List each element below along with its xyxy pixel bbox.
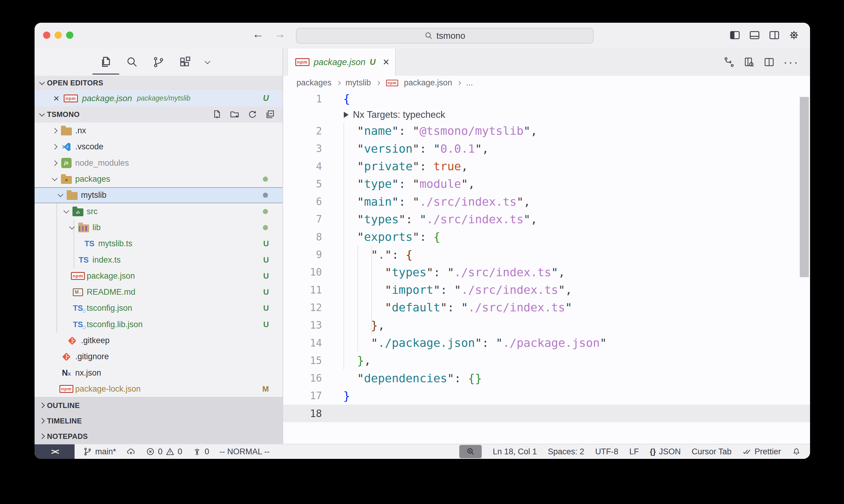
code-line-5[interactable]: 5 "type": "module",	[283, 175, 810, 193]
toggle-primary-sidebar-icon[interactable]	[729, 30, 741, 41]
tree-item-tsconfig-lib-json[interactable]: TStsconfig.lib.jsonU	[35, 317, 282, 332]
tree-item-packages[interactable]: ■packages	[35, 171, 282, 187]
tree-item-mytslib-ts[interactable]: TSmytslib.tsU	[35, 236, 282, 252]
code-line-3[interactable]: 3 "version": "0.0.1",	[283, 140, 810, 158]
breadcrumb-packages[interactable]: packages	[296, 78, 332, 88]
source-control-icon[interactable]	[152, 56, 165, 69]
tree-item-node-modules[interactable]: jsnode_modules	[35, 155, 282, 171]
line-number: 16	[283, 372, 322, 384]
formatter-item[interactable]: Prettier	[742, 447, 781, 456]
open-preview-icon[interactable]	[743, 56, 755, 68]
timeline-section-header[interactable]: TIMELINE	[35, 413, 282, 429]
indentation-item[interactable]: Spaces: 2	[548, 447, 584, 456]
code-line-9[interactable]: 9 ".": {	[283, 246, 810, 263]
folder-icon	[61, 127, 72, 136]
git-branch-item[interactable]: main*	[83, 447, 116, 456]
code-line-11[interactable]: 11 "import": "./src/index.ts",	[283, 281, 810, 299]
outline-section-header[interactable]: OUTLINE	[35, 398, 282, 413]
src-folder-icon: ‹/›	[72, 209, 83, 216]
screencast-zoom-badge[interactable]	[459, 445, 482, 458]
forward-arrow-icon[interactable]: →	[274, 28, 286, 41]
open-changes-icon[interactable]	[723, 56, 735, 68]
tsconfig-icon: TS	[73, 304, 83, 313]
cursor-position-item[interactable]: Ln 18, Col 1	[493, 447, 537, 456]
explorer-icon[interactable]	[99, 56, 111, 69]
close-tab-icon[interactable]: ×	[383, 56, 389, 69]
codelens-nx-targets[interactable]: Nx Targets: typecheck	[283, 108, 810, 122]
code-line-12[interactable]: 12 "default": "./src/index.ts"	[283, 299, 810, 316]
tree-item-package-json[interactable]: npmpackage.jsonU	[35, 268, 282, 284]
tree-item-label: tsconfig.json	[87, 304, 132, 313]
code-line-8[interactable]: 8 "exports": {	[283, 228, 810, 246]
open-editor-item[interactable]: ×npmpackage.jsonpackages/mytslibU	[35, 90, 282, 106]
line-number: 6	[283, 196, 322, 208]
tree-item-mytslib[interactable]: mytslib	[35, 187, 282, 203]
line-number: 3	[283, 143, 322, 155]
toggle-panel-icon[interactable]	[749, 30, 760, 41]
tree-item--nx[interactable]: .nx	[35, 123, 282, 139]
settings-gear-icon[interactable]	[788, 30, 800, 41]
breadcrumb: packages mytslib npm package.json ...	[283, 76, 810, 90]
search-view-icon[interactable]	[125, 56, 138, 69]
code-line-14[interactable]: 14 "./package.json": "./package.json"	[283, 334, 810, 352]
back-arrow-icon[interactable]: ←	[252, 28, 264, 41]
tree-item-tsconfig-json[interactable]: TStsconfig.jsonU	[35, 300, 282, 316]
code-line-2[interactable]: 2 "name": "@tsmono/mytslib",	[283, 122, 810, 140]
code-line-15[interactable]: 15 },	[283, 352, 810, 369]
notepads-section-header[interactable]: NOTEPADS	[35, 429, 282, 444]
code-line-1[interactable]: 1{	[283, 90, 810, 108]
tab-package-json[interactable]: npm package.json U ×	[288, 49, 396, 76]
maximize-window-button[interactable]	[66, 32, 73, 39]
breadcrumb-package-json[interactable]: package.json	[404, 78, 452, 88]
ports-item[interactable]: 0	[192, 447, 209, 456]
toggle-secondary-sidebar-icon[interactable]	[769, 30, 780, 41]
code-line-10[interactable]: 10 "types": "./src/index.ts",	[283, 264, 810, 281]
tree-item--gitignore[interactable]: .gitignore	[35, 348, 282, 365]
publish-cloud-icon[interactable]	[126, 447, 136, 456]
code-editor[interactable]: 1{Nx Targets: typecheck2 "name": "@tsmon…	[283, 90, 810, 444]
eol-item[interactable]: LF	[630, 447, 639, 456]
more-actions-icon[interactable]: ···	[783, 55, 799, 69]
collapse-all-icon[interactable]	[265, 110, 275, 119]
code-line-6[interactable]: 6 "main": "./src/index.ts",	[283, 193, 810, 210]
encoding-item[interactable]: UTF-8	[595, 447, 618, 456]
error-count: 0	[158, 447, 162, 456]
breadcrumb-symbol[interactable]: ...	[466, 78, 473, 88]
breadcrumb-mytslib[interactable]: mytslib	[346, 78, 371, 88]
cursor-tab-item[interactable]: Cursor Tab	[691, 447, 731, 456]
notifications-bell-icon[interactable]	[792, 447, 801, 456]
folder-icon	[67, 192, 77, 200]
node-modules-icon: js	[61, 158, 71, 168]
line-number: 15	[283, 355, 322, 366]
minimize-window-button[interactable]	[55, 32, 62, 39]
command-center-search[interactable]: tsmono	[296, 28, 593, 43]
remote-indicator[interactable]: ><	[35, 444, 74, 459]
new-folder-icon[interactable]	[230, 110, 240, 119]
code-line-7[interactable]: 7 "types": "./src/index.ts",	[283, 211, 810, 228]
tree-item--vscode[interactable]: .vscode	[35, 139, 282, 155]
open-editors-header[interactable]: OPEN EDITORS	[35, 76, 282, 90]
code-line-17[interactable]: 17}	[283, 387, 810, 404]
extensions-icon[interactable]	[179, 56, 192, 69]
code-line-4[interactable]: 4 "private": true,	[283, 158, 810, 175]
explorer-section-header[interactable]: TSMONO	[35, 106, 282, 123]
code-line-16[interactable]: 16 "dependencies": {}	[283, 369, 810, 387]
problems-item[interactable]: 0 0	[146, 447, 182, 456]
refresh-icon[interactable]	[247, 110, 257, 119]
tree-item-src[interactable]: ‹/›src	[35, 203, 282, 219]
editor-scrollbar[interactable]	[800, 97, 809, 277]
tree-item--gitkeep[interactable]: .gitkeep	[35, 332, 282, 348]
close-window-button[interactable]	[43, 32, 50, 39]
close-editor-icon[interactable]: ×	[53, 92, 64, 104]
tree-item-lib[interactable]: ▌▌▌lib	[35, 220, 282, 236]
tree-item-package-lock-json[interactable]: npmpackage-lock.jsonM	[35, 381, 282, 397]
more-views-chevron-icon[interactable]	[205, 58, 210, 64]
new-file-icon[interactable]	[212, 110, 222, 119]
split-editor-icon[interactable]	[763, 56, 775, 68]
code-line-13[interactable]: 13 },	[283, 317, 810, 334]
language-mode-item[interactable]: {} JSON	[650, 447, 681, 456]
code-line-18[interactable]: 18	[283, 404, 810, 422]
tree-item-nx-json[interactable]: Nxnx.json	[35, 365, 282, 381]
tree-item-readme-md[interactable]: M↓README.mdU	[35, 284, 282, 300]
tree-item-index-ts[interactable]: TSindex.tsU	[35, 252, 282, 268]
